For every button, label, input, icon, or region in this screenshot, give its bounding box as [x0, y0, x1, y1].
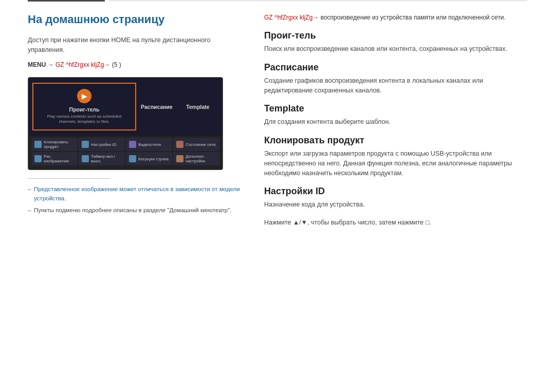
clone-icon [34, 141, 42, 148]
note-1-text: Представленное изображение может отличат… [34, 186, 240, 201]
tv-menu-area: ▶ Проиг-тель Play various contents such … [28, 78, 223, 136]
page-title: На домашнюю страницу [28, 13, 244, 26]
picture-label: Рис. изображения [44, 154, 75, 163]
section-body-clone: Экспорт или загрузка параметров продукта… [264, 149, 527, 178]
tv-icon-settings[interactable]: Дополнит. настройки [173, 152, 219, 165]
tv-icon-id[interactable]: Настройки ID [79, 138, 125, 151]
network-icon [176, 141, 183, 148]
tv-icon-clone[interactable]: Клонировать продукт [31, 138, 78, 151]
note-item-2: Пункты подменю подробнее описаны в разде… [28, 206, 244, 215]
menu-path-suffix: (5 ) [112, 61, 121, 68]
tv-icon-network[interactable]: Состояние сети [173, 138, 219, 151]
clone-label: Клонировать продукт [44, 140, 75, 149]
tv-menu-item-template[interactable]: Template [177, 83, 218, 131]
section-heading-id-settings: Настройки ID [264, 186, 527, 197]
id-icon [82, 141, 89, 148]
section-body-id-2: Нажмите ▲/▼, чтобы выбрать число, затем … [264, 218, 527, 228]
section-body-id-1: Назначение кода для устройства. [264, 200, 527, 210]
divider-line [28, 178, 110, 179]
picture-icon [34, 155, 42, 162]
settings-icon [176, 155, 183, 162]
tv-icon-picture[interactable]: Рис. изображения [31, 152, 78, 165]
right-intro: GZ ^hfZrgxx kljZg→ воспроизведение из ус… [264, 13, 527, 22]
content-wrapper: На домашнюю страницу Доступ при нажатии … [0, 7, 555, 236]
videowall-label: Видеостена [138, 142, 161, 147]
tv-schedule-label: Расписание [141, 104, 173, 110]
page-container: На домашнюю страницу Доступ при нажатии … [0, 0, 555, 392]
videowall-icon [129, 141, 136, 148]
note-2-text: Пункты подменю подробнее описаны в разде… [34, 207, 232, 213]
right-intro-red: GZ ^hfZrgxx kljZg→ [264, 14, 319, 21]
section-heading-player: Проиг-тель [264, 30, 527, 41]
section-heading-schedule: Расписание [264, 62, 527, 73]
menu-path: MENU → GZ ^hfZrgxx kljZg→ (5 ) [28, 60, 244, 70]
menu-path-red: GZ ^hfZrgxx kljZg→ [55, 61, 110, 68]
menu-path-arrow: → [48, 61, 55, 68]
section-body-template: Для создания контента выберите шаблон. [264, 117, 527, 127]
right-intro-text: воспроизведение из устройства памяти или… [321, 14, 506, 21]
id-label: Настройки ID [91, 142, 116, 147]
settings-label: Дополнит. настройки [186, 154, 216, 163]
tv-screenshot: ▶ Проиг-тель Play various contents such … [28, 77, 223, 171]
network-label: Состояние сети [186, 142, 215, 147]
top-border [0, 0, 555, 2]
tv-menu-item-schedule[interactable]: Расписание [136, 83, 177, 131]
tv-menu-item-player[interactable]: ▶ Проиг-тель Play various contents such … [32, 83, 136, 131]
tv-icon-timer[interactable]: Таймер вкл./выкл. [79, 152, 125, 165]
section-body-schedule: Создание графиков воспроизведения контен… [264, 76, 527, 96]
tv-icon-videowall[interactable]: Видеостена [126, 138, 172, 151]
tv-player-label: Проиг-тель [69, 106, 100, 113]
tv-icon-ticker[interactable]: Бегущая строка [126, 152, 172, 165]
ticker-label: Бегущая строка [138, 157, 169, 161]
intro-text: Доступ при нажатии кнопки HOME на пульте… [28, 35, 244, 55]
top-border-left [28, 0, 105, 2]
tv-bottom-icons: Клонировать продукт Настройки ID Видеост… [28, 136, 223, 170]
ticker-icon [129, 155, 136, 162]
tv-template-label: Template [186, 104, 209, 110]
timer-label: Таймер вкл./выкл. [91, 154, 122, 163]
note-item-1: Представленное изображение может отличат… [28, 185, 244, 203]
left-column: На домашнюю страницу Доступ при нажатии … [28, 7, 244, 236]
section-heading-template: Template [264, 103, 527, 114]
section-heading-clone: Клонировать продукт [264, 135, 527, 146]
timer-icon [82, 155, 89, 162]
right-column: GZ ^hfZrgxx kljZg→ воспроизведение из ус… [264, 7, 527, 236]
tv-player-sublabel: Play various contents such as scheduled … [41, 114, 128, 125]
section-body-player: Поиск или воспроизведение каналов или ко… [264, 44, 527, 54]
tv-player-icon: ▶ [77, 89, 91, 103]
top-border-right [109, 1, 527, 1]
